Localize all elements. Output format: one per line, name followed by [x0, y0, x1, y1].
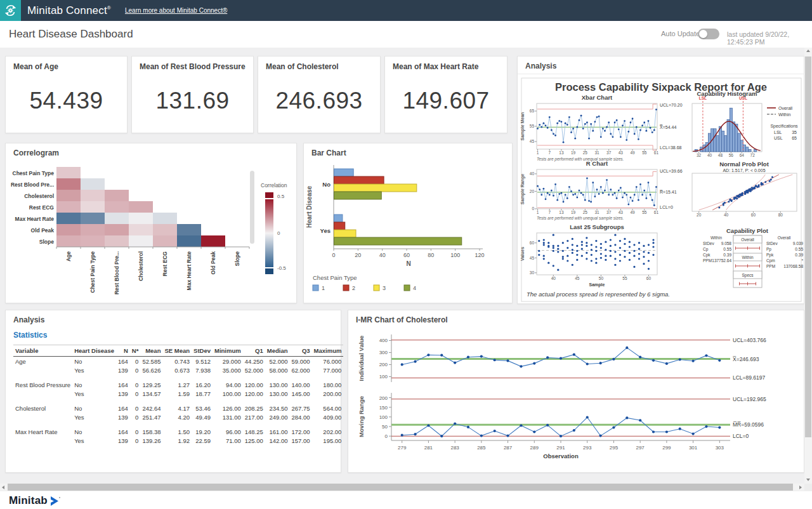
svg-text:100: 100 [379, 374, 388, 380]
panel-correlogram: Correlogram Chest Pain TypeRest Blood Pr… [5, 143, 297, 303]
vertical-scrollbar-thumb[interactable] [805, 56, 811, 437]
svg-text:50: 50 [599, 276, 604, 281]
panel-title: I-MR Chart of Cholesterol [356, 315, 448, 324]
svg-text:137068.58: 137068.58 [783, 264, 803, 268]
svg-text:20: 20 [697, 213, 702, 217]
svg-text:LCL=0: LCL=0 [733, 433, 749, 439]
svg-text:31: 31 [594, 210, 599, 215]
svg-text:150: 150 [379, 405, 388, 411]
svg-text:200: 200 [379, 395, 388, 401]
svg-text:0.55: 0.55 [723, 247, 731, 251]
svg-text:Capability Plot: Capability Plot [726, 227, 769, 234]
svg-text:301: 301 [689, 445, 698, 451]
svg-text:Specifications: Specifications [770, 124, 798, 129]
panel-title: Correlogram [13, 149, 59, 157]
svg-text:Cpk: Cpk [703, 253, 710, 258]
svg-text:Within: Within [742, 255, 753, 260]
svg-text:Last 25 Subgroups: Last 25 Subgroups [570, 223, 624, 230]
svg-text:UCL=403.766: UCL=403.766 [733, 337, 766, 343]
minitab-arrow-icon [51, 496, 61, 506]
svg-text:Old Peak: Old Peak [210, 251, 216, 275]
scroll-up-arrow-icon[interactable] [804, 48, 812, 55]
svg-text:Sample Mean: Sample Mean [520, 112, 525, 141]
svg-text:LSL: LSL [774, 130, 782, 135]
toggle-knob [699, 30, 707, 38]
panel-bar-chart: Bar Chart 020406080100120NoYesNHeart Dis… [303, 143, 513, 303]
svg-text:PPM: PPM [766, 264, 775, 268]
svg-text:Xbar Chart: Xbar Chart [582, 94, 613, 101]
svg-text:283: 283 [450, 445, 459, 451]
svg-text:37: 37 [606, 210, 612, 215]
svg-text:Capability Histogram: Capability Histogram [697, 90, 757, 97]
svg-text:Slope: Slope [234, 251, 240, 266]
svg-text:1: 1 [537, 150, 539, 155]
svg-text:45: 45 [530, 139, 535, 143]
footer: Minitab [0, 491, 812, 509]
page-title: Heart Disease Dashboard [9, 28, 133, 41]
svg-text:Slope: Slope [39, 239, 54, 245]
horizontal-scrollbar[interactable] [0, 484, 804, 491]
svg-text:0: 0 [385, 433, 388, 439]
svg-text:Observation: Observation [543, 453, 579, 459]
svg-text:56: 56 [729, 153, 734, 157]
svg-text:-0.5: -0.5 [277, 265, 286, 271]
svg-text:137752.64: 137752.64 [712, 258, 731, 263]
svg-text:48: 48 [718, 153, 723, 157]
svg-text:Rest ECG: Rest ECG [29, 204, 55, 211]
svg-text:19: 19 [571, 150, 576, 155]
svg-text:25: 25 [583, 210, 588, 215]
svg-text:Cholesterol: Cholesterol [24, 193, 54, 199]
svg-text:303: 303 [716, 445, 724, 451]
auto-update-label: Auto Update [661, 30, 700, 37]
svg-text:40: 40 [551, 276, 556, 281]
svg-text:USL: USL [774, 136, 783, 140]
svg-text:9.039: 9.039 [793, 241, 804, 246]
svg-text:Overall: Overall [778, 106, 793, 110]
svg-text:49: 49 [630, 150, 635, 155]
svg-text:Specs: Specs [742, 273, 754, 278]
svg-text:297: 297 [636, 445, 645, 451]
sixpack-chart: Process Capability Sixpack Report for Ag… [518, 74, 805, 304]
panel-title: Analysis [13, 315, 44, 324]
statistics-subtitle: Statistics [13, 331, 47, 340]
svg-text:35: 35 [792, 130, 797, 135]
scroll-down-arrow-icon[interactable] [804, 476, 812, 484]
svg-text:Chest Pain Type: Chest Pain Type [13, 170, 55, 176]
svg-text:Max Heart Rate: Max Heart Rate [15, 216, 55, 222]
svg-text:120: 120 [475, 252, 484, 258]
table-row: CholesterolNo1640242.644.1753.46126.0020… [13, 404, 343, 413]
scroll-left-arrow-icon[interactable] [0, 484, 8, 491]
svg-text:50: 50 [382, 424, 388, 430]
page: Minitab Connect® Learn more about Minita… [0, 0, 812, 509]
auto-update-toggle[interactable] [698, 29, 719, 39]
svg-text:Sample: Sample [589, 282, 605, 288]
svg-text:Within: Within [710, 235, 722, 240]
svg-text:80: 80 [778, 213, 783, 217]
vertical-scrollbar[interactable] [804, 48, 812, 484]
svg-text:4: 4 [413, 285, 416, 291]
svg-text:13: 13 [559, 210, 564, 215]
svg-text:Heart Disease: Heart Disease [306, 185, 313, 228]
svg-text:49: 49 [630, 210, 635, 215]
svg-text:19: 19 [571, 210, 576, 215]
svg-text:289: 289 [530, 445, 539, 451]
card-mean-rest-bp: Mean of Rest Blood Pressure 131.69 [131, 56, 254, 133]
svg-text:100: 100 [379, 414, 388, 420]
scroll-right-arrow-icon[interactable] [797, 484, 804, 491]
svg-text:0.39: 0.39 [723, 253, 731, 257]
svg-text:7: 7 [548, 150, 551, 155]
svg-text:LCL=0: LCL=0 [660, 205, 673, 209]
horizontal-scrollbar-thumb[interactable] [8, 484, 793, 491]
svg-text:40: 40 [530, 171, 535, 176]
svg-text:StDev: StDev [703, 241, 714, 246]
statistics-table: VariableHeart DiseaseNN*MeanSE MeanStDev… [13, 345, 343, 445]
dashboard-header: Heart Disease Dashboard Auto Update last… [0, 21, 812, 48]
svg-text:80: 80 [428, 252, 434, 258]
learn-more-link[interactable]: Learn more about Minitab Connect® [125, 7, 227, 14]
svg-text:293: 293 [583, 445, 592, 451]
svg-text:40: 40 [724, 213, 729, 217]
svg-text:Tests are performed with unequ: Tests are performed with unequal sample … [537, 216, 624, 221]
svg-text:Yes: Yes [320, 227, 331, 234]
svg-text:0.39: 0.39 [795, 253, 803, 257]
svg-text:13: 13 [559, 150, 564, 155]
